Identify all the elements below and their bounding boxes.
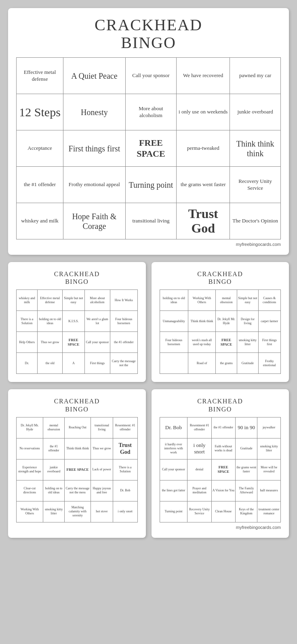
table-cell: FREE SPACE: [211, 459, 235, 480]
table-row: Effective metal defenseA Quiet PeaceCall…: [17, 58, 281, 94]
table-row: UnmanageabilityThink think thinkDr. Jeky…: [160, 311, 281, 332]
table-cell: smoking kitty litter: [237, 332, 258, 353]
table-cell: FREE SPACE: [216, 332, 237, 353]
table-cell: Prayer and meditation: [187, 480, 211, 501]
table-cell: the grams went faster: [236, 459, 257, 480]
table-cell: Thus we grow: [38, 332, 63, 353]
table-cell: More about alcoholism: [84, 290, 110, 311]
table-cell: Matching calamity with serenity: [65, 501, 91, 522]
table-cell: The Doctor's Opinion: [230, 203, 281, 239]
table-cell: Dr.: [17, 353, 38, 374]
table-cell: First things first: [63, 130, 125, 167]
table-cell: Happy joyous and free: [91, 480, 113, 501]
table-cell: pawned my car: [230, 58, 281, 94]
table-cell: Think think think: [230, 130, 281, 167]
table-cell: it hardly ever interferes with work: [160, 438, 187, 459]
table-row: Working With Otherssmoking kitty litterM…: [17, 501, 138, 522]
table-row: 12 StepsHonestyMore about alcoholismi on…: [17, 94, 281, 130]
table-cell: the grams went faster: [177, 167, 230, 203]
table-row: holding on to old ideasWorking With Othe…: [160, 290, 281, 311]
table-cell: Design for living: [237, 311, 258, 332]
table-cell: Acceptance: [17, 130, 63, 167]
table-cell: Help Others: [17, 332, 38, 353]
table-cell: carpet farmer: [258, 311, 280, 332]
bottom-row2: CRACKHEADBINGO Dr. Jekyll Mr. Hydemental…: [8, 389, 289, 545]
table-cell: Dr. Jekyll Mr. Hyde: [17, 417, 43, 438]
table-cell: the #1 offender: [211, 417, 235, 438]
table-cell: Four hideous horsemen: [160, 332, 188, 353]
table-cell: Lack of power: [91, 459, 113, 480]
table-cell: First things: [84, 353, 110, 374]
table-row: Clear-cut directionsholding on to old id…: [17, 480, 138, 501]
table-cell: Resentment: #1 offender: [113, 417, 137, 438]
table-row: whiskey and milkEffective metal defenseS…: [17, 290, 138, 311]
table-cell: Resentment #1 offender: [187, 417, 211, 438]
table-cell: We aren't a glum lot: [84, 311, 110, 332]
table-cell: Gratitude: [236, 438, 257, 459]
table-cell: i only snort: [187, 438, 211, 459]
card5: CRACKHEADBINGO Dr. BobResentment #1 offe…: [152, 389, 289, 537]
table-cell: Working With Others: [188, 290, 215, 311]
table-cell: half measures: [257, 480, 281, 501]
table-cell: Hope Faith & Corage: [63, 203, 125, 239]
table-cell: holding on to old ideas: [38, 311, 63, 332]
table-cell: the lines got fatter: [160, 480, 187, 501]
table-cell: Clean House: [211, 501, 235, 522]
table-cell: holding on to old ideas: [43, 480, 65, 501]
card2-title: CRACKHEADBINGO: [16, 270, 138, 285]
table-cell: Call your sponsor: [160, 459, 187, 480]
table-cell: mental obsession: [43, 417, 65, 438]
table-cell: whiskey and milk: [17, 203, 63, 239]
table-cell: Gratitude: [237, 353, 258, 374]
title-line2: BINGO: [121, 34, 176, 52]
main-card-title: CRACKHEAD BINGO: [16, 16, 281, 52]
card4-table: Dr. Jekyll Mr. Hydemental obsessionReach…: [16, 417, 138, 522]
table-row: AcceptanceFirst things firstFREE SPACEpe…: [17, 130, 281, 167]
table-row: it hardly ever interferes with worki onl…: [160, 438, 281, 459]
bottom-row: CRACKHEADBINGO whiskey and milkEffective…: [8, 262, 289, 389]
table-cell: the #1 offender: [17, 167, 63, 203]
table-cell: Road of: [188, 353, 215, 374]
table-cell: First things first: [258, 332, 280, 353]
table-cell: perma-tweaked: [177, 130, 230, 167]
table-cell: i only snort: [113, 501, 137, 522]
table-cell: transitional living: [91, 417, 113, 438]
card5-title: CRACKHEADBINGO: [160, 397, 281, 413]
table-cell: Experience strength and hope: [17, 459, 43, 480]
table-cell: Working With Others: [17, 501, 43, 522]
main-bingo-table: Effective metal defenseA Quiet PeaceCall…: [16, 57, 281, 239]
table-cell: the #1 offender: [110, 332, 137, 353]
table-cell: Four hideous horsemen: [110, 311, 137, 332]
table-cell: Dr. Jekyll Mr. Hyde: [216, 311, 237, 332]
table-cell: smoking kitty litter: [43, 501, 65, 522]
table-cell: [160, 353, 188, 374]
table-cell: FREE SPACE: [125, 130, 177, 167]
table-row: No reservationsthe #1 offenderThink thin…: [17, 438, 138, 459]
table-cell: More about alcoholism: [125, 94, 177, 130]
table-cell: Recovery Unity Service: [230, 167, 281, 203]
table-cell: Reaching Out: [65, 417, 91, 438]
table-cell: More will be revealed: [257, 459, 281, 480]
table-cell: FREE SPACE: [63, 332, 85, 353]
table-cell: A: [63, 353, 85, 374]
table-cell: Carry the message not the mess: [65, 480, 91, 501]
title-line1: CRACKHEAD: [95, 16, 202, 34]
table-cell: mental obsession: [216, 290, 237, 311]
table-row: Dr.the oldAFirst thingsCarry the message…: [17, 353, 138, 374]
table-cell: Effective metal defense: [38, 290, 63, 311]
website-label: myfreebingocards.com: [16, 242, 281, 247]
table-cell: Think think think: [65, 438, 91, 459]
table-cell: Effective metal defense: [17, 58, 63, 94]
table-cell: junkie overboard: [43, 459, 65, 480]
table-cell: There is a Solution: [113, 459, 137, 480]
card2-table: whiskey and milkEffective metal defenseS…: [16, 289, 138, 374]
card4: CRACKHEADBINGO Dr. Jekyll Mr. Hydemental…: [8, 389, 146, 537]
table-cell: smoking kitty litter: [257, 438, 281, 459]
card3: CRACKHEADBINGO holding on to old ideasWo…: [152, 262, 289, 382]
table-cell: Faith without works is dead: [211, 438, 235, 459]
table-cell: A Quiet Peace: [63, 58, 125, 94]
table-row: whiskey and milkHope Faith & Coragetrans…: [17, 203, 281, 239]
table-cell: whiskey and milk: [17, 290, 38, 311]
table-cell: Keys of the Kingdom: [236, 501, 257, 522]
table-cell: the old: [38, 353, 63, 374]
